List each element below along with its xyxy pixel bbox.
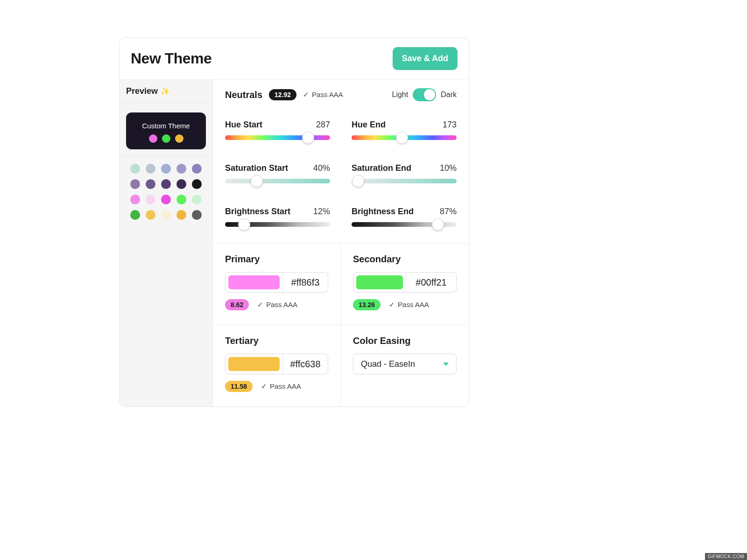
tertiary-hex-value[interactable]: #ffc638 [282, 354, 328, 374]
slider-thumb[interactable] [251, 175, 263, 187]
easing-selected-value: Quad - EaseIn [361, 359, 415, 369]
swatch[interactable] [130, 179, 140, 189]
tertiary-pass-label: ✓Pass AAA [261, 382, 301, 391]
watermark: GIFMOCK.COM [705, 553, 747, 560]
slider-track[interactable] [352, 135, 457, 140]
secondary-contrast-badge: 13.26 [353, 299, 381, 310]
swatch[interactable] [161, 164, 171, 174]
slider-value: 10% [440, 163, 457, 173]
slider-label: Hue End [352, 120, 386, 130]
check-icon: ✓ [261, 382, 267, 390]
preview-dot [162, 134, 170, 143]
check-icon: ✓ [257, 301, 263, 308]
slider-thumb[interactable] [302, 132, 314, 144]
slider-thumb[interactable] [432, 218, 444, 231]
swatch[interactable] [192, 210, 202, 220]
mode-toggle-group: Light Dark [392, 88, 457, 101]
slider-value: 173 [443, 120, 457, 130]
sparkles-icon: ✨ [161, 87, 170, 96]
swatch[interactable] [161, 195, 171, 204]
swatch[interactable] [176, 164, 186, 174]
check-icon: ✓ [389, 301, 395, 308]
slider-label: Brightness Start [225, 207, 290, 217]
primary-color-chip[interactable] [228, 275, 280, 289]
tertiary-section: Tertiary #ffc638 11.58 ✓Pass AAA [213, 325, 341, 406]
slider-track[interactable] [225, 179, 330, 183]
brightness-start-slider: Brightness Start 12% [225, 207, 330, 227]
swatch[interactable] [146, 195, 155, 204]
panel-header: New Theme Save & Add [120, 38, 469, 80]
slider-track[interactable] [225, 135, 330, 140]
swatch[interactable] [176, 179, 186, 189]
slider-label: Hue Start [225, 120, 262, 130]
slider-value: 287 [316, 120, 330, 130]
slider-thumb[interactable] [352, 175, 364, 187]
swatch[interactable] [130, 195, 140, 204]
preview-card: Custom Theme [126, 112, 206, 149]
primary-title: Primary [225, 254, 328, 265]
check-icon: ✓ [303, 91, 309, 98]
preview-dot [149, 134, 157, 143]
main-content: Neutrals 12.92 ✓Pass AAA Light Dark Hue … [213, 80, 469, 406]
swatch[interactable] [192, 195, 202, 204]
swatch[interactable] [146, 164, 155, 174]
primary-pass-label: ✓Pass AAA [257, 301, 297, 309]
chevron-down-icon [443, 363, 449, 366]
slider-track[interactable] [352, 222, 457, 227]
tertiary-title: Tertiary [225, 336, 328, 346]
slider-value: 12% [313, 207, 330, 217]
swatch-grid [120, 156, 212, 227]
slider-value: 87% [440, 207, 457, 217]
preview-heading: Preview ✨ [126, 86, 206, 96]
easing-section: Color Easing Quad - EaseIn [341, 325, 469, 406]
theme-editor-panel: New Theme Save & Add Preview ✨ Custom Th… [119, 37, 469, 407]
saturation-start-slider: Saturation Start 40% [225, 163, 330, 183]
slider-label: Brightness End [352, 207, 414, 217]
easing-select[interactable]: Quad - EaseIn [353, 354, 457, 374]
tertiary-color-input[interactable]: #ffc638 [225, 354, 328, 374]
slider-thumb[interactable] [396, 132, 408, 144]
primary-contrast-badge: 8.62 [225, 299, 249, 310]
slider-label: Saturation Start [225, 163, 288, 173]
hue-end-slider: Hue End 173 [352, 120, 457, 140]
preview-dot [175, 134, 183, 143]
tertiary-color-chip[interactable] [228, 357, 280, 371]
slider-label: Saturation End [352, 163, 411, 173]
secondary-hex-value[interactable]: #00ff21 [406, 273, 456, 292]
swatch[interactable] [130, 210, 140, 220]
save-add-button[interactable]: Save & Add [393, 47, 458, 70]
primary-color-input[interactable]: #ff86f3 [225, 272, 328, 293]
swatch[interactable] [161, 210, 171, 220]
swatch[interactable] [192, 164, 202, 174]
primary-hex-value[interactable]: #ff86f3 [282, 273, 328, 292]
preview-dots [131, 134, 201, 143]
swatch[interactable] [176, 195, 186, 204]
swatch[interactable] [146, 179, 155, 189]
slider-thumb[interactable] [238, 218, 250, 231]
neutrals-title: Neutrals [225, 90, 262, 100]
mode-light-label: Light [392, 91, 409, 99]
slider-track[interactable] [225, 222, 330, 227]
preview-sidebar: Preview ✨ Custom Theme [120, 80, 213, 406]
secondary-title: Secondary [353, 254, 457, 265]
secondary-color-input[interactable]: #00ff21 [353, 272, 457, 293]
easing-title: Color Easing [353, 336, 457, 346]
slider-track[interactable] [352, 179, 457, 183]
preview-card-title: Custom Theme [131, 122, 201, 130]
preview-label-text: Preview [126, 86, 158, 96]
swatch[interactable] [161, 179, 171, 189]
light-dark-toggle[interactable] [413, 88, 436, 101]
neutrals-contrast-badge: 12.92 [269, 89, 296, 100]
neutrals-pass-label: ✓Pass AAA [303, 91, 343, 99]
page-title: New Theme [131, 50, 211, 67]
tertiary-contrast-badge: 11.58 [225, 381, 253, 392]
neutrals-section: Neutrals 12.92 ✓Pass AAA Light Dark Hue … [213, 80, 469, 244]
secondary-section: Secondary #00ff21 13.26 ✓Pass AAA [341, 244, 469, 325]
slider-value: 40% [313, 163, 330, 173]
swatch[interactable] [176, 210, 186, 220]
swatch[interactable] [146, 210, 155, 220]
swatch[interactable] [130, 164, 140, 174]
swatch[interactable] [192, 179, 202, 189]
secondary-color-chip[interactable] [356, 275, 403, 289]
primary-section: Primary #ff86f3 8.62 ✓Pass AAA [213, 244, 341, 325]
